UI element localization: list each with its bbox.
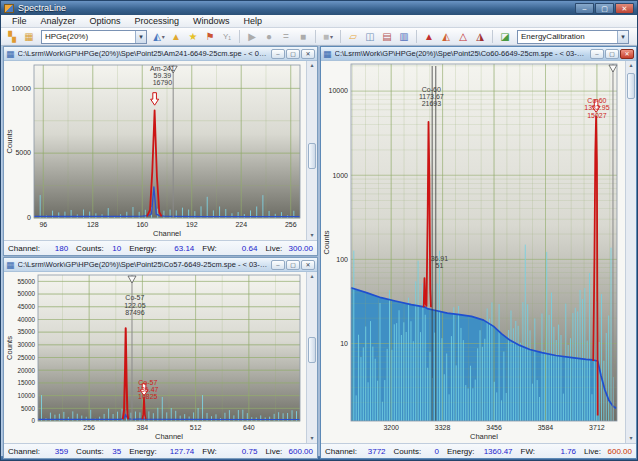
status-live-label: Live:	[584, 447, 601, 456]
svg-text:96: 96	[39, 221, 47, 228]
spectrum-chart-co60[interactable]: Co-601173.6721693Co-601332.951502736.915…	[321, 61, 625, 443]
scroll-down-icon[interactable]: ▾	[307, 231, 317, 240]
titlebar[interactable]: SpectraLine – ▢ ✕	[1, 1, 637, 15]
detector-combo[interactable]: HPGe(20%) ▾	[41, 30, 147, 44]
peak-area-icon: ◭	[442, 30, 450, 44]
vertical-scrollbar[interactable]: ▴ ▾	[625, 61, 636, 443]
svg-text:1000: 1000	[332, 172, 348, 179]
combo-dropdown-icon[interactable]: ▾	[617, 31, 628, 43]
svg-text:256: 256	[285, 221, 297, 228]
child-window-title: C:\Lsrm\Work\GP\HPGe(20%)\Spe\Point25\Am…	[18, 49, 268, 58]
svg-text:35000: 35000	[17, 328, 35, 335]
child-restore-button[interactable]: ▢	[286, 49, 300, 59]
svg-text:30000: 30000	[17, 341, 35, 348]
scrollbar-thumb[interactable]	[308, 143, 316, 169]
save-button[interactable]: ◫	[362, 29, 378, 44]
vertical-scrollbar[interactable]: ▴ ▾	[306, 272, 317, 443]
status-bar: Channel:180 Counts:10 Energy:63.14 FW:0.…	[4, 240, 317, 255]
config-button[interactable]: ▚	[4, 29, 20, 44]
child-minimize-button[interactable]: –	[590, 49, 604, 59]
child-minimize-button[interactable]: –	[271, 49, 285, 59]
calibration-combo[interactable]: EnergyCalibration ▾	[517, 30, 629, 44]
minimize-button[interactable]: –	[575, 3, 594, 14]
menu-windows[interactable]: Windows	[186, 15, 237, 27]
star-button[interactable]: ★	[185, 29, 201, 44]
open-file-button[interactable]: ▱	[345, 29, 361, 44]
pause-button[interactable]: =	[278, 29, 294, 44]
spectrum-chart-am241[interactable]: Am-24159.3916790050001000096128160192224…	[4, 61, 306, 240]
peak-area-button[interactable]: ◭	[438, 29, 454, 44]
status-live-value: 600.00	[608, 447, 632, 456]
calc-button[interactable]: Y₁	[219, 29, 235, 44]
svg-text:5000: 5000	[15, 149, 31, 156]
erase-button[interactable]: ◪	[497, 29, 513, 44]
child-titlebar[interactable]: ▦ C:\Lsrm\Work\GP\HPGe(20%)\Spe\Point25\…	[4, 47, 317, 61]
close-button[interactable]: ✕	[615, 3, 634, 14]
stop-button[interactable]: ■	[295, 29, 311, 44]
menu-analyzer[interactable]: Analyzer	[34, 15, 83, 27]
scroll-up-icon[interactable]: ▴	[307, 61, 317, 70]
detector-view-button[interactable]: ◭▾	[151, 29, 167, 44]
spectrum-chart-co57[interactable]: Co-57122.0587496Co-57136.471082505000100…	[4, 272, 306, 443]
status-energy-label: Energy:	[447, 447, 475, 456]
svg-text:Counts: Counts	[322, 230, 331, 254]
copy-button[interactable]: ▥	[396, 29, 412, 44]
child-close-button[interactable]: ✕	[620, 49, 634, 59]
maximize-button[interactable]: ▢	[595, 3, 614, 14]
svg-text:40000: 40000	[17, 316, 35, 323]
menu-help[interactable]: Help	[237, 15, 270, 27]
child-titlebar[interactable]: ▦ C:\Lsrm\Work\GP\HPGe(20%)\Spe\Point25\…	[321, 47, 636, 61]
vertical-scrollbar[interactable]: ▴ ▾	[306, 61, 317, 240]
status-channel-label: Channel:	[8, 244, 40, 253]
child-titlebar[interactable]: ▦ C:\Lsrm\Work\GP\HPGe(20%)\Spe\Point25\…	[4, 258, 317, 272]
pause-icon: =	[283, 30, 289, 44]
svg-text:Co-57136.4710825: Co-57136.4710825	[137, 379, 159, 400]
stop-mode-button[interactable]: ■▾	[320, 29, 336, 44]
spectrum-window-icon: ▦	[323, 48, 332, 60]
child-close-button[interactable]: ✕	[301, 260, 315, 270]
svg-text:224: 224	[235, 221, 247, 228]
scrollbar-thumb[interactable]	[308, 337, 316, 363]
svg-text:Channel: Channel	[155, 432, 183, 441]
toolbar-separator	[340, 30, 341, 43]
spectrum-peak-icon: ▲	[171, 30, 181, 44]
child-close-button[interactable]: ✕	[301, 49, 315, 59]
menu-options[interactable]: Options	[83, 15, 128, 27]
svg-text:512: 512	[190, 424, 202, 431]
peak-search-button[interactable]: ▲	[421, 29, 437, 44]
combo-dropdown-icon[interactable]: ▾	[135, 31, 146, 43]
nuclide-button[interactable]: ◮	[472, 29, 488, 44]
scroll-down-icon[interactable]: ▾	[626, 434, 636, 443]
start-button[interactable]: ▶	[244, 29, 260, 44]
erase-icon: ◪	[500, 30, 509, 44]
scroll-up-icon[interactable]: ▴	[307, 272, 317, 281]
table-button[interactable]: ▦	[21, 29, 37, 44]
copy-icon: ▥	[399, 30, 408, 44]
menu-file[interactable]: File	[5, 15, 34, 27]
status-energy-value: 63.14	[174, 244, 194, 253]
scroll-down-icon[interactable]: ▾	[307, 434, 317, 443]
svg-text:256: 256	[83, 424, 95, 431]
scroll-up-icon[interactable]: ▴	[626, 61, 636, 70]
svg-text:5000: 5000	[21, 405, 36, 412]
svg-text:20000: 20000	[17, 367, 35, 374]
peak-flag-button[interactable]: ⚑	[202, 29, 218, 44]
save-icon: ◫	[365, 30, 374, 44]
record-button[interactable]: ●	[261, 29, 277, 44]
plot-area: Am-24159.3916790050001000096128160192224…	[4, 61, 317, 240]
report-button[interactable]: ▤	[379, 29, 395, 44]
detector-view-icon: ◭	[153, 30, 161, 44]
svg-text:Co-601173.6721693: Co-601173.6721693	[419, 86, 444, 107]
spectrum-peak-button[interactable]: ▲	[168, 29, 184, 44]
svg-text:50000: 50000	[17, 290, 35, 297]
peak-clear-button[interactable]: △	[455, 29, 471, 44]
svg-text:160: 160	[136, 221, 148, 228]
svg-text:192: 192	[186, 221, 198, 228]
menu-processing[interactable]: Processing	[128, 15, 187, 27]
status-energy-value: 127.74	[170, 447, 194, 456]
child-restore-button[interactable]: ▢	[286, 260, 300, 270]
calibration-combo-value: EnergyCalibration	[518, 32, 617, 41]
child-restore-button[interactable]: ▢	[605, 49, 619, 59]
scrollbar-thumb[interactable]	[627, 73, 635, 99]
child-minimize-button[interactable]: –	[271, 260, 285, 270]
